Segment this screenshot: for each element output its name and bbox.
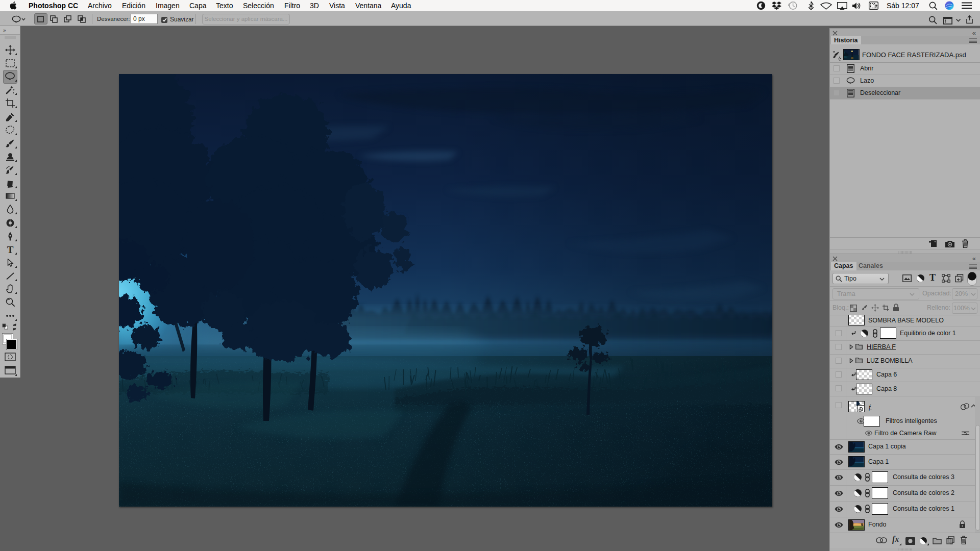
svg-text:T: T [7,244,14,255]
